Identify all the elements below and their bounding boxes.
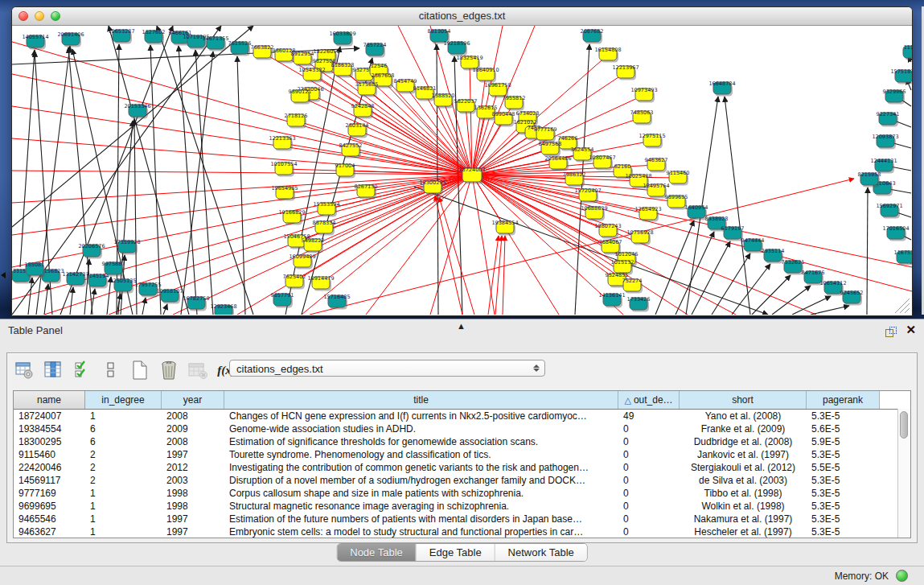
graph-node[interactable]: 14136141 xyxy=(598,292,625,308)
graph-node[interactable]: 10107554 xyxy=(270,161,297,177)
table-settings-button[interactable] xyxy=(13,360,35,381)
float-window-icon[interactable] xyxy=(885,327,897,337)
window-titlebar[interactable]: citations_edges.txt xyxy=(12,7,912,26)
graph-node[interactable]: 1145194 xyxy=(86,273,109,289)
column-header-out_de[interactable]: △out_de… xyxy=(618,391,680,409)
graph-node[interactable]: 10543382 xyxy=(298,67,325,83)
graph-node[interactable]: 8912954 xyxy=(291,51,314,67)
graph-node[interactable]: 9890121 xyxy=(289,89,312,105)
graph-node[interactable]: 18640910 xyxy=(472,67,499,83)
graph-node[interactable]: 19384554 xyxy=(491,220,518,236)
column-header-pagerank[interactable]: pagerank xyxy=(807,391,880,409)
graph-node[interactable]: 17359928 xyxy=(113,239,140,255)
table-row[interactable]: 911546021997Tourette syndrome. Phenomeno… xyxy=(14,448,910,461)
graph-node[interactable]: 3175685 xyxy=(355,81,379,97)
table-scrollbar[interactable] xyxy=(897,409,910,538)
graph-node[interactable]: 16914479 xyxy=(307,275,334,291)
column-header-in_degree[interactable]: in_degree xyxy=(85,391,162,409)
memory-status-label[interactable]: Memory: OK xyxy=(835,571,889,582)
graph-node[interactable]: 7857224 xyxy=(363,42,387,58)
graph-node[interactable]: 17016504 xyxy=(882,225,909,241)
column-header-short[interactable]: short xyxy=(680,391,807,409)
graph-node[interactable]: 15751874 xyxy=(890,68,912,84)
graph-node[interactable]: 18807243 xyxy=(594,223,621,239)
graph-node[interactable]: 10807467 xyxy=(589,154,615,171)
stacked-squares-button[interactable] xyxy=(100,360,121,381)
delete-button[interactable] xyxy=(158,360,179,381)
graph-node[interactable]: 19166829 xyxy=(278,209,305,225)
graph-node[interactable]: 8878334 xyxy=(313,220,336,236)
graph-node[interactable]: 8427552 xyxy=(339,142,363,159)
graph-node[interactable]: 12923468 xyxy=(210,303,236,315)
graph-node[interactable]: 16099489 xyxy=(289,253,315,270)
tab-network-table[interactable]: Network Table xyxy=(495,544,587,561)
graph-node[interactable]: 8267130 xyxy=(355,183,378,200)
select-column-button[interactable] xyxy=(42,360,64,381)
new-document-button[interactable] xyxy=(129,360,150,381)
table-row[interactable]: 1938455462009Genome-wide association stu… xyxy=(14,422,910,435)
table-select-dropdown[interactable]: citations_edges.txt xyxy=(229,360,545,377)
graph-node[interactable]: 8215958 xyxy=(858,171,881,187)
panel-collapse-arrow-icon[interactable] xyxy=(1,272,6,278)
graph-node[interactable]: 7955812 xyxy=(503,95,526,111)
graph-node[interactable]: 16033809 xyxy=(329,31,355,47)
graph-node[interactable]: 1588520 xyxy=(432,93,455,109)
graph-node[interactable]: 2087682 xyxy=(581,28,604,44)
graph-node[interactable]: 19654985 xyxy=(271,185,298,201)
resize-grip-icon[interactable] xyxy=(905,308,910,313)
graph-node[interactable]: 7485063 xyxy=(630,109,654,126)
graph-node[interactable]: 15353594 xyxy=(313,201,339,217)
column-header-title[interactable]: title xyxy=(224,391,618,409)
network-view-canvas[interactable]: 1872400798601288912954182260589827508818… xyxy=(12,26,912,315)
graph-node[interactable]: 11122 xyxy=(903,44,912,60)
graph-node[interactable]: 9115460 xyxy=(667,170,690,186)
graph-node[interactable]: 2803144 xyxy=(346,122,369,138)
graph-node[interactable]: 12093873 xyxy=(872,134,898,150)
graph-node[interactable]: 20564486 xyxy=(544,155,571,171)
graph-node[interactable]: 1167533 xyxy=(894,249,912,266)
graph-node[interactable]: 7663822 xyxy=(251,44,274,60)
graph-node[interactable]: 10756928 xyxy=(626,229,653,245)
tab-edge-table[interactable]: Edge Table xyxy=(417,544,495,561)
table-row[interactable]: 946554611997Estimation of the future num… xyxy=(14,513,910,525)
graph-node[interactable]: 19218596 xyxy=(443,40,470,56)
graph-node[interactable]: 12213363 xyxy=(269,135,295,151)
graph-node[interactable]: 5498222 xyxy=(302,237,325,253)
table-row[interactable]: 946362711997Embryonic stem cells: a mode… xyxy=(14,525,910,538)
graph-node[interactable]: 20206576 xyxy=(78,243,105,259)
graph-node[interactable]: 7615526 xyxy=(228,40,252,56)
graph-node[interactable]: 9227341 xyxy=(877,111,900,127)
memory-status-indicator[interactable] xyxy=(896,570,908,582)
tab-node-table[interactable]: Node Table xyxy=(337,544,417,561)
graph-node[interactable]: 185081 xyxy=(25,262,45,278)
graph-node[interactable]: 12213967 xyxy=(612,64,639,80)
graph-node[interactable]: 20691406 xyxy=(57,31,84,47)
graph-node[interactable]: 7986322 xyxy=(563,171,586,187)
graph-node[interactable]: 16154808 xyxy=(594,47,621,63)
graph-node[interactable]: 12505135 xyxy=(109,278,136,294)
column-header-year[interactable]: year xyxy=(162,391,224,409)
graph-node[interactable]: 15720407 xyxy=(574,187,601,204)
graph-node[interactable]: 8990448 xyxy=(492,111,515,127)
graph-node[interactable]: 2718126 xyxy=(285,113,308,129)
table-row[interactable]: 2242004622012Investigating the contribut… xyxy=(14,461,910,474)
table-row[interactable]: 1456911722003Disruption of a novel membe… xyxy=(14,474,910,487)
table-row[interactable]: 977716911998Corpus callosum shape and si… xyxy=(14,487,910,500)
graph-node[interactable]: 9329966 xyxy=(883,89,906,105)
table-row[interactable]: 969969511998Structural magnetic resonanc… xyxy=(14,500,910,513)
close-icon[interactable]: ✕ xyxy=(906,323,916,336)
graph-node[interactable]: 12975115 xyxy=(639,133,665,149)
graph-node[interactable]: 1733426 xyxy=(627,296,651,312)
graph-node[interactable]: 10653287 xyxy=(108,28,134,44)
table-row[interactable]: 1830029562008Estimation of significance … xyxy=(14,435,910,448)
graph-node[interactable]: 9245652 xyxy=(840,290,864,306)
graph-node[interactable]: 20153346 xyxy=(124,103,150,119)
graph-node[interactable]: 10973493 xyxy=(630,87,657,103)
column-header-name[interactable]: name xyxy=(14,391,85,409)
graph-node[interactable]: 17957255 xyxy=(134,282,161,298)
graph-node[interactable]: 14055714 xyxy=(22,34,48,50)
graph-node[interactable]: 15692971 xyxy=(876,203,902,219)
graph-node[interactable]: 9857791 xyxy=(271,292,294,308)
table-scrollbar-thumb[interactable] xyxy=(900,411,908,439)
graph-node[interactable]: 10688639 xyxy=(581,205,607,221)
